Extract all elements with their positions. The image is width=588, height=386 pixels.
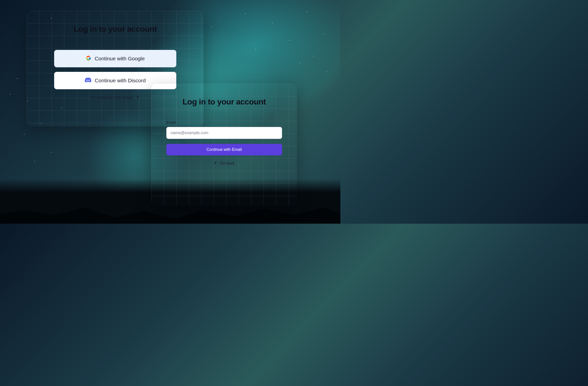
card-title: Log in to your account [54,24,176,34]
continue-with-email-button[interactable]: Continue with Email [166,144,282,155]
google-icon [86,55,91,62]
arrow-left-icon [214,161,218,166]
email-field[interactable] [166,127,282,139]
go-back-link[interactable]: Go back [166,161,282,166]
discord-button-label: Continue with Discord [95,78,146,84]
email-label: Email [166,120,282,124]
arrow-right-icon [135,95,140,100]
google-button-label: Continue with Google [95,56,145,62]
back-label: Go back [220,161,235,166]
email-form-group: Email [166,120,282,139]
login-email-card: Log in to your account Email Continue wi… [151,84,297,206]
discord-icon [85,78,91,84]
card-title: Log in to your account [166,97,282,106]
email-option-label: Or continue with email [91,95,133,100]
continue-with-google-button[interactable]: Continue with Google [54,50,176,67]
